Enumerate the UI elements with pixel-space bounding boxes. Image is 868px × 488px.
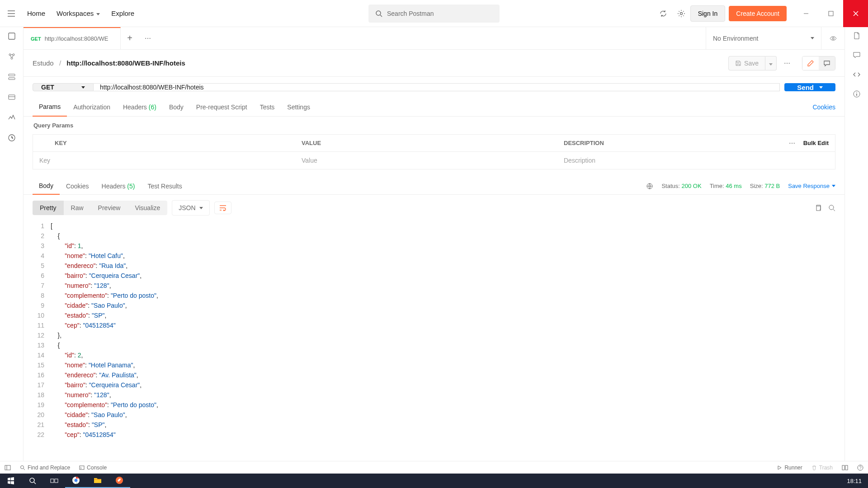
tab-settings[interactable]: Settings (281, 98, 316, 116)
app-header: Home Workspaces Explore Search Postman S… (0, 0, 868, 27)
key-input[interactable]: Key (33, 152, 295, 169)
search-response-icon[interactable] (828, 204, 835, 211)
help-icon[interactable] (857, 465, 863, 471)
response-tabs: Body Cookies Headers (5) Test Results St… (24, 173, 844, 195)
url-value: http://localhost:8080/WEB-INF/hoteis (100, 84, 204, 91)
sidebar-toggle-icon[interactable] (5, 465, 11, 471)
taskbar-clock[interactable]: 18:11 (840, 478, 868, 484)
request-tab[interactable]: GET http://localhost:8080/WE (24, 27, 121, 50)
environment-quicklook-icon[interactable] (821, 27, 844, 49)
copy-icon[interactable] (815, 204, 822, 211)
svg-point-5 (13, 54, 14, 56)
hamburger-icon[interactable] (5, 7, 18, 20)
resp-tab-testresults[interactable]: Test Results (141, 178, 188, 194)
close-icon[interactable] (843, 0, 868, 27)
tab-tests[interactable]: Tests (254, 98, 281, 116)
trash-button[interactable]: Trash (811, 465, 833, 471)
view-preview[interactable]: Preview (91, 201, 128, 215)
resp-tab-headers[interactable]: Headers (5) (95, 178, 142, 194)
query-params-label: Query Params (24, 117, 844, 134)
svg-rect-7 (9, 74, 15, 76)
response-body[interactable]: 1[2 {3 "id": 1,4 "nome": "Hotel Cafu",5 … (24, 221, 844, 461)
chrome-icon[interactable] (65, 474, 87, 488)
resp-tab-cookies[interactable]: Cookies (60, 178, 95, 194)
create-account-button[interactable]: Create Account (729, 6, 787, 21)
signin-button[interactable]: Sign In (690, 5, 726, 22)
new-tab-button[interactable]: + (121, 33, 139, 43)
history-icon[interactable] (7, 133, 16, 142)
code-snippet-icon[interactable] (853, 70, 861, 79)
svg-rect-8 (9, 78, 15, 80)
console-button[interactable]: Console (79, 465, 107, 471)
left-rail (0, 27, 24, 461)
nav-explore[interactable]: Explore (111, 9, 134, 17)
params-more-icon[interactable]: ⋯ (789, 140, 795, 147)
bulk-edit-button[interactable]: Bulk Edit (803, 140, 829, 146)
runner-button[interactable]: Runner (777, 465, 802, 471)
breadcrumb-collection[interactable]: Estudo (33, 59, 54, 67)
search-placeholder: Search Postman (387, 10, 434, 17)
resp-tab-body[interactable]: Body (33, 178, 60, 195)
minimize-icon[interactable] (793, 0, 818, 27)
monitors-icon[interactable] (7, 113, 16, 122)
main-content: GET http://localhost:8080/WE + ⋯ No Envi… (24, 27, 844, 461)
svg-point-4 (9, 54, 11, 56)
svg-rect-3 (9, 33, 15, 39)
save-button[interactable]: Save (728, 56, 765, 70)
save-dropdown[interactable] (765, 56, 777, 70)
nav-workspaces[interactable]: Workspaces (57, 9, 100, 17)
apis-icon[interactable] (7, 52, 16, 61)
breadcrumb-request: http://localhost:8080/WEB-INF/hoteis (66, 59, 185, 67)
tab-params[interactable]: Params (33, 98, 67, 117)
description-input[interactable]: Description (557, 152, 835, 169)
edit-mode-icon[interactable] (802, 56, 819, 70)
tab-more-icon[interactable]: ⋯ (139, 35, 157, 42)
send-button[interactable]: Send (784, 83, 835, 91)
find-replace-button[interactable]: Find and Replace (20, 465, 70, 471)
environment-selector[interactable]: No Environment (706, 27, 821, 49)
environments-icon[interactable] (7, 72, 16, 81)
url-input[interactable]: http://localhost:8080/WEB-INF/hoteis (94, 83, 780, 91)
view-visualize[interactable]: Visualize (127, 201, 167, 215)
tab-body[interactable]: Body (163, 98, 190, 116)
svg-rect-23 (51, 479, 54, 483)
method-selector[interactable]: GET (33, 83, 94, 91)
view-pretty[interactable]: Pretty (33, 201, 64, 215)
sync-icon[interactable] (654, 5, 672, 23)
tab-authorization[interactable]: Authorization (67, 98, 117, 116)
documentation-icon[interactable] (853, 32, 861, 40)
save-response-button[interactable]: Save Response (788, 183, 835, 189)
wrap-lines-icon[interactable] (214, 202, 231, 214)
response-meta: Status: 200 OK Time: 46 ms Size: 772 B S… (646, 183, 835, 190)
col-key: KEY (33, 135, 295, 151)
header-right: Sign In Create Account (654, 0, 868, 27)
globe-icon[interactable] (646, 183, 653, 190)
mock-icon[interactable] (7, 93, 16, 102)
task-view-icon[interactable] (43, 474, 65, 488)
svg-point-0 (376, 11, 381, 15)
postman-icon[interactable] (108, 474, 130, 488)
request-more-icon[interactable]: ⋯ (780, 60, 794, 67)
start-button[interactable] (0, 474, 22, 488)
breadcrumb: Estudo / http://localhost:8080/WEB-INF/h… (33, 59, 185, 67)
info-icon[interactable] (853, 90, 861, 98)
svg-point-1 (680, 12, 682, 14)
search-input[interactable]: Search Postman (368, 5, 500, 23)
explorer-icon[interactable] (87, 474, 108, 488)
view-raw[interactable]: Raw (64, 201, 91, 215)
tab-headers[interactable]: Headers (6) (117, 98, 163, 116)
nav-home[interactable]: Home (27, 9, 45, 17)
taskbar-search-icon[interactable] (22, 474, 43, 488)
svg-rect-16 (5, 465, 10, 470)
gear-icon[interactable] (672, 5, 690, 23)
cookies-link[interactable]: Cookies (812, 103, 835, 111)
format-selector[interactable]: JSON (172, 200, 209, 216)
comment-mode-icon[interactable] (819, 56, 835, 70)
comments-icon[interactable] (853, 51, 861, 59)
value-input[interactable]: Value (295, 152, 557, 169)
tab-prerequest[interactable]: Pre-request Script (190, 98, 254, 116)
maximize-icon[interactable] (818, 0, 843, 27)
collections-icon[interactable] (7, 32, 16, 41)
params-empty-row[interactable]: Key Value Description (33, 152, 835, 169)
layout-icon[interactable] (842, 465, 848, 471)
